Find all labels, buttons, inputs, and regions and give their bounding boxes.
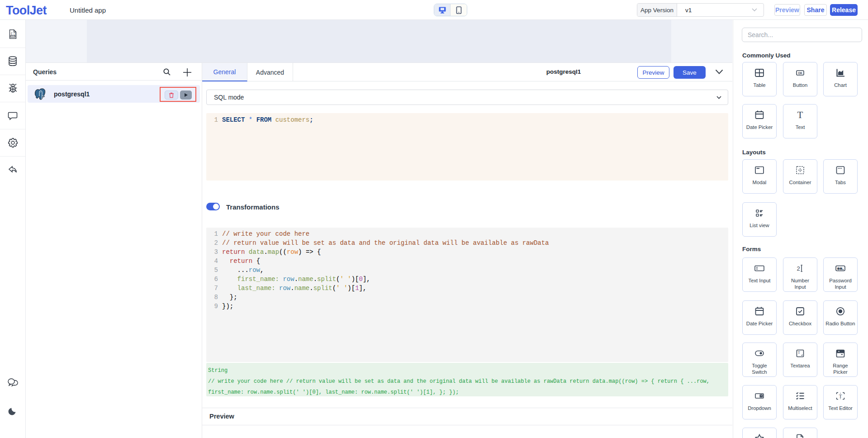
svg-text:{:}: {:} <box>10 32 16 35</box>
svg-text:OK: OK <box>798 71 802 75</box>
svg-text:2: 2 <box>797 265 800 272</box>
svg-text:T: T <box>839 393 842 399</box>
svg-text:T: T <box>797 110 803 120</box>
svg-text:✱: ✱ <box>839 267 843 271</box>
svg-text:T: T <box>798 350 801 355</box>
